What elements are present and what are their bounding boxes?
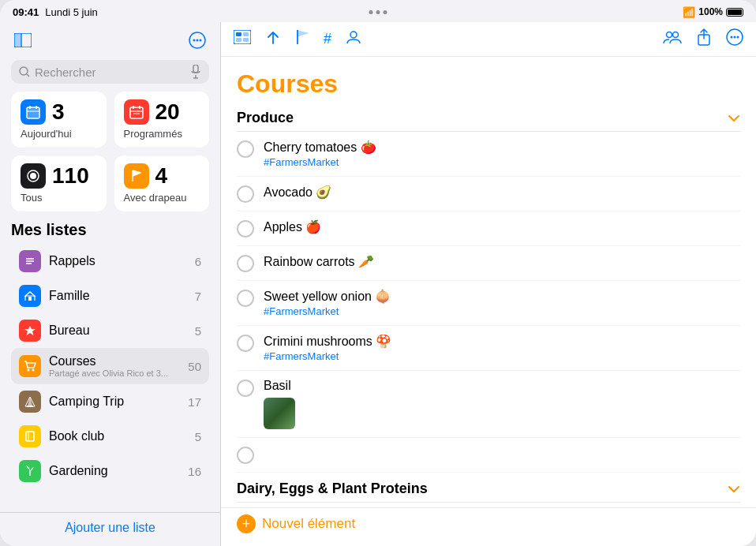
todo-checkbox-8[interactable] [237,447,254,464]
todo-checkbox-2[interactable] [237,185,254,203]
svg-point-7 [20,67,28,75]
todo-checkbox-1[interactable] [237,140,254,158]
todo-checkbox-4[interactable] [237,255,254,272]
book-club-count: 5 [195,430,201,443]
search-icon [19,66,30,77]
programmes-label: Programmés [124,128,200,140]
toolbar-flag-icon[interactable] [295,29,309,49]
dot [384,10,387,14]
todo-item-crimini-mushrooms: Crimini mushrooms 🍄 #FarmersMarket [237,326,740,371]
courses-icon [19,355,41,377]
toolbar-share-icon[interactable] [696,28,712,50]
sidebar-item-famille[interactable]: Famille 7 [11,279,209,313]
toolbar-more-icon[interactable] [726,28,743,50]
sidebar-item-courses[interactable]: Courses Partagé avec Olivia Rico et 3...… [11,348,209,384]
toolbar-gallery-icon[interactable] [234,30,251,48]
list-title: Courses [237,69,740,99]
sidebar-toggle-button[interactable] [11,28,35,52]
dot [369,10,373,14]
new-item-button[interactable]: + Nouvel élément [237,514,355,533]
sidebar-bottom: Ajouter une liste [0,512,220,546]
sidebar-item-camping-trip[interactable]: Camping Trip 17 [11,384,209,419]
toolbar-left-group: # [234,29,361,49]
todo-tag-6[interactable]: #FarmersMarket [264,350,740,362]
lists-section: Mes listes Rappels 6 [0,221,220,512]
sidebar-item-bureau[interactable]: Bureau 5 [11,313,209,348]
bottom-bar: + Nouvel élément [221,507,756,546]
stat-card-avec-drapeau[interactable]: 4 Avec drapeau [114,155,210,211]
toolbar-send-icon[interactable] [265,29,281,49]
sidebar-item-book-club[interactable]: Book club 5 [11,419,209,454]
todo-checkbox-7[interactable] [237,380,254,397]
section-dairy-chevron[interactable] [728,482,740,496]
todo-text-4: Rainbow carrots 🥕 [264,254,740,269]
toolbar-right-group [663,28,743,50]
toolbar-hashtag-icon[interactable]: # [324,31,331,47]
list-title-area: Courses [221,57,756,102]
programmes-icon [124,99,149,125]
todo-item-avocado: Avocado 🥑 [237,177,740,211]
search-bar[interactable] [11,60,209,84]
top-dots [369,10,387,14]
svg-rect-39 [236,38,241,42]
todo-checkbox-5[interactable] [237,290,254,307]
todo-tag-5[interactable]: #FarmersMarket [264,305,740,317]
sidebar-item-rappels[interactable]: Rappels 6 [11,244,209,279]
right-toolbar: # [221,22,756,57]
svg-point-49 [737,36,739,39]
svg-point-5 [196,39,199,42]
stat-card-programmes[interactable]: 20 Programmés [114,92,210,148]
rappels-icon [19,250,41,272]
stat-card-aujourd-hui[interactable]: 3 Aujourd'hui [11,92,107,148]
todo-content-2: Avocado 🥑 [264,185,740,200]
svg-rect-36 [234,30,251,44]
svg-point-42 [350,32,357,38]
add-list-button[interactable]: Ajouter une liste [11,521,209,535]
search-input[interactable] [35,65,185,79]
section-dairy-header: Dairy, Eggs & Plant Proteins [237,473,740,503]
svg-point-4 [193,39,196,42]
famille-count: 7 [195,290,201,303]
svg-rect-34 [26,432,34,441]
right-panel: # [221,22,756,546]
svg-marker-28 [24,326,36,335]
status-bar: 09:41 Lundi 5 juin 📶 100% [0,0,756,22]
svg-point-47 [731,36,733,39]
todo-checkbox-3[interactable] [237,220,254,237]
battery-label: 100% [698,6,723,17]
svg-point-48 [734,36,736,39]
stat-card-tous[interactable]: 110 Tous [11,155,107,211]
svg-rect-37 [236,32,241,36]
svg-rect-27 [28,297,32,301]
avec-drapeau-icon [124,163,149,189]
todo-content-5: Sweet yellow onion 🧅 #FarmersMarket [264,289,740,317]
todo-item-cherry-tomatoes: Cherry tomatoes 🍅 #FarmersMarket [237,132,740,177]
more-options-button[interactable] [185,28,209,52]
stats-grid: 3 Aujourd'hui [0,92,220,221]
microphone-icon[interactable] [190,65,201,79]
section-produce-chevron[interactable] [728,111,740,125]
todo-text-5: Sweet yellow onion 🧅 [264,289,740,304]
gardening-count: 16 [188,465,201,478]
svg-marker-32 [28,397,32,406]
svg-rect-12 [27,107,39,118]
status-right: 📶 100% [683,6,743,18]
todo-content-6: Crimini mushrooms 🍄 #FarmersMarket [264,334,740,362]
courses-subtitle: Partagé avec Olivia Rico et 3... [49,368,180,378]
tous-icon [21,163,46,189]
todo-checkbox-6[interactable] [237,335,254,352]
sidebar-item-gardening[interactable]: Gardening 16 [11,454,209,488]
dot [376,10,380,14]
todo-content-3: Apples 🍎 [264,219,740,234]
svg-rect-40 [243,38,249,42]
avec-drapeau-label: Avec drapeau [124,192,200,204]
section-produce-title: Produce [237,110,294,126]
status-date: Lundi 5 juin [45,6,98,18]
svg-point-6 [200,39,202,42]
tous-label: Tous [21,192,97,204]
toolbar-group-icon[interactable] [663,29,682,49]
todo-tag-1[interactable]: #FarmersMarket [264,156,740,168]
todo-thumb-img-7 [264,398,295,429]
toolbar-person-icon[interactable] [346,29,361,49]
aujourd-hui-icon [21,99,46,125]
